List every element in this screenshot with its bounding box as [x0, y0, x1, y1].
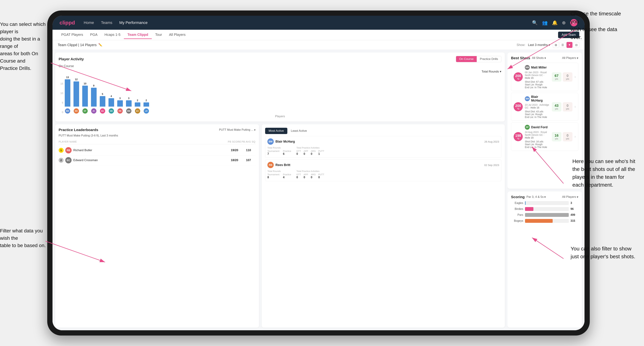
bar-0	[65, 79, 70, 107]
bar-group-3[interactable]: 9 JC	[91, 84, 96, 114]
shot-item-2[interactable]: 200 sg BM Blair McHarg 23 Jul 2023 · Ash…	[511, 93, 578, 121]
shot-badge-2: 200 sg	[514, 102, 523, 111]
bar-avatar-7: MM	[126, 108, 132, 114]
shot-avatar-1: MM	[525, 65, 530, 70]
shot-stat-dist-2: 43 yds	[552, 102, 562, 112]
bar-9	[144, 102, 149, 107]
tab-pgat[interactable]: PGAT Players	[58, 31, 86, 39]
shot-avatar-2: BM	[525, 96, 530, 101]
shot-player-row-3: DF David Ford	[525, 125, 550, 130]
main-content: Player Activity On Course Practice Drill…	[52, 50, 584, 330]
bar-group-0[interactable]: 13 BM	[65, 76, 70, 114]
scoring-header: Scoring Par 3, 4 & 5s ▾ All Players ▾	[511, 195, 578, 199]
ap-name-2: Rees Britt	[276, 163, 484, 167]
bar-group-7[interactable]: 3 MM	[126, 97, 132, 114]
scoring-bar-fill-2	[525, 213, 569, 217]
chevron-down-icon: ▾	[544, 56, 546, 60]
scoring-filter-dropdown[interactable]: Par 3, 4 & 5s ▾	[526, 195, 546, 199]
chevron-right-icon-1[interactable]: ›	[574, 75, 576, 79]
ap-header-2: RB Rees Britt 02 Sep 2023	[268, 162, 499, 168]
practice-drills-toggle[interactable]: Practice Drills	[477, 56, 501, 62]
most-active-tab[interactable]: Most Active	[265, 128, 287, 134]
course-toggle-group: On Course Practice Drills	[456, 56, 501, 62]
gtt-val-1: 0	[296, 152, 301, 156]
shot-stat-remain-1: 0 yds	[563, 72, 572, 82]
bar-group-8[interactable]: 2 EC	[135, 99, 140, 114]
tab-pga[interactable]: PGA	[86, 31, 101, 39]
player-avatar-crossman: EC	[65, 157, 72, 163]
annotation-bottom-right: You can also filter to showjust one play…	[571, 245, 635, 260]
bar-avatar-4: EE	[100, 108, 105, 114]
ap-header-1: BM Blair McHarg 26 Aug 2023	[268, 138, 499, 145]
list-view-btn[interactable]: ☰	[560, 42, 566, 48]
practice-val-2: 4	[283, 176, 291, 179]
right-panel: Best Shots All Shots ▾ All Players ▾	[508, 50, 584, 330]
practice-activities-group-2: Total Practice Activities GTT 0 APP	[296, 170, 324, 179]
tab-team-clippd[interactable]: Team Clippd	[124, 31, 152, 39]
scoring-bar-fill-1	[525, 207, 534, 211]
shot-player-info-1: MM Matt Miller 09 Jan 2023 · Royal North…	[525, 65, 550, 89]
shot-meta-3: 24 Aug 2023 · Royal North Devon GC · Hol…	[525, 131, 550, 139]
add-circle-icon[interactable]: ⊕	[562, 20, 566, 25]
scoring-players-filter[interactable]: All Players ▾	[562, 195, 578, 199]
scoring-bars: Eagles 3 Birdies 96 Pars 499 Bogeys 315	[511, 201, 578, 223]
chevron-right-icon-3[interactable]: ›	[574, 134, 576, 139]
shot-item-3[interactable]: 198 sg DF David Ford 24 Aug 2023 · Royal…	[511, 123, 578, 151]
bar-group-4[interactable]: 5 EE	[100, 93, 105, 114]
putt-val-1: 1	[318, 152, 324, 156]
table-row[interactable]: 1 RB Richard Butler 19/20 110	[58, 145, 256, 155]
bar-4	[100, 96, 105, 107]
chevron-right-icon-2[interactable]: ›	[574, 105, 576, 109]
least-active-tab[interactable]: Least Active	[287, 128, 310, 134]
col-pb-score: PB SCORE	[228, 140, 242, 143]
scoring-bar-row-2: Pars 499	[511, 213, 578, 217]
bar-group-1[interactable]: 12 BB	[74, 78, 79, 114]
card-view-btn[interactable]: ♥	[566, 42, 572, 48]
edit-icon[interactable]: ✏️	[98, 43, 102, 47]
putt-val-2: 0	[318, 176, 324, 179]
practice-filter-dropdown[interactable]: PUTT Must Make Putting ... ▾	[219, 128, 256, 132]
grid-view-btn[interactable]: ⊞	[553, 42, 559, 48]
shot-player-row-1: MM Matt Miller	[525, 65, 550, 70]
bar-group-6[interactable]: 3 RB	[117, 97, 123, 114]
shot-stat-dist-3: 16 yds	[552, 132, 562, 141]
filter-view-btn[interactable]: ⊟	[573, 42, 579, 48]
rank-1: 1	[58, 148, 64, 153]
shot-item-1[interactable]: 200 sg MM Matt Miller 09 Jan 2023 · Roya…	[511, 63, 578, 91]
shot-badge-3: 198 sg	[514, 132, 523, 141]
timescale-dropdown[interactable]: Last 3 months ▾	[528, 43, 550, 47]
show-section: Show: Last 3 months ▾ ⊞ ☰ ♥ ⊟	[516, 42, 579, 48]
on-course-toggle[interactable]: On Course	[456, 56, 477, 62]
table-row[interactable]: 2 EC Edward Crossman 18/20 107	[58, 155, 256, 165]
chart-controls: Total Rounds ▾	[58, 70, 501, 73]
all-players-filter[interactable]: All Players ▾	[562, 56, 578, 60]
nav-link-teams[interactable]: Teams	[101, 20, 112, 25]
users-icon[interactable]: 👥	[542, 20, 548, 25]
tablet-screen: clippd Home Teams My Performance 🔍 👥 🔔 ⊕…	[52, 16, 584, 330]
bar-group-9[interactable]: 2 LR	[144, 99, 149, 114]
annotation-top-left: You can select which player isdoing the …	[0, 21, 51, 72]
all-shots-filter[interactable]: All Shots ▾	[532, 56, 546, 60]
bar-group-2[interactable]: 10 DF	[82, 82, 88, 114]
nav-link-home[interactable]: Home	[84, 20, 94, 25]
tournament-val-1: 7	[268, 152, 280, 156]
tab-tour[interactable]: Tour	[152, 31, 166, 39]
tab-hcaps[interactable]: Hcaps 1-5	[101, 31, 124, 39]
bar-group-5[interactable]: 4 DB	[108, 95, 114, 114]
nav-link-performance[interactable]: My Performance	[119, 20, 148, 25]
best-shots-title: Best Shots	[511, 56, 530, 60]
tab-all-players[interactable]: All Players	[166, 31, 189, 39]
shot-details-3: Shot Dist: 16 yds Start Lie: Rough End L…	[525, 140, 550, 149]
practice-title: Practice Leaderboards	[58, 128, 98, 132]
tab-bar: PGAT Players PGA Hcaps 1-5 Team Clippd T…	[52, 30, 584, 40]
player-info-crossman: EC Edward Crossman	[65, 157, 228, 163]
bar-8	[135, 102, 140, 107]
ap-avatar-2: RB	[268, 162, 274, 168]
active-player-1: BM Blair McHarg 26 Aug 2023 Total Rounds	[265, 136, 501, 158]
annotation-middle-right: Here you can see who's hitthe best shots…	[572, 157, 635, 189]
chevron-down-icon: ▾	[254, 128, 256, 132]
search-icon[interactable]: 🔍	[532, 20, 538, 25]
bars-container: 13 BM 12 BB 10 DF 9 JC 5 EE 4 DB 3 RB 3 …	[65, 82, 500, 114]
chart-dropdown[interactable]: Total Rounds ▾	[482, 70, 501, 73]
bell-icon[interactable]: 🔔	[552, 20, 558, 25]
